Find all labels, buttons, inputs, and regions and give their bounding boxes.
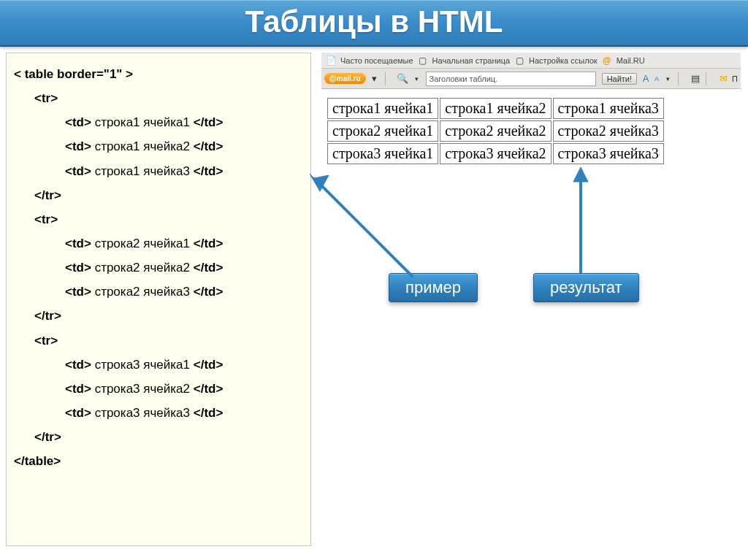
- dropdown-icon[interactable]: ▾: [411, 73, 423, 85]
- bookmark-icon[interactable]: ▢: [514, 55, 524, 66]
- table-row: строка1 ячейка1 строка1 ячейка2 строка1 …: [327, 98, 664, 119]
- table-row: строка2 ячейка1 строка2 ячейка2 строка2 …: [327, 120, 664, 142]
- callout-example: пример: [389, 273, 478, 302]
- callout-result: результат: [533, 273, 639, 302]
- svg-line-0: [314, 178, 413, 277]
- bookmark-icon[interactable]: ▢: [418, 55, 428, 66]
- page-icon[interactable]: ▤: [690, 73, 701, 85]
- code-line: <td> строка3 ячейка2 </td>: [65, 377, 303, 401]
- code-line: </tr>: [34, 425, 303, 449]
- fontsize-icon[interactable]: A: [640, 73, 652, 85]
- code-line: <tr>: [34, 329, 303, 353]
- code-line: <td> строка1 ячейка1 </td>: [65, 110, 303, 134]
- separator: [678, 72, 685, 85]
- code-line: </table>: [14, 449, 303, 473]
- code-line: <td> строка2 ячейка1 </td>: [65, 231, 303, 256]
- table-cell: строка3 ячейка2: [440, 143, 551, 164]
- search-input[interactable]: Заголовки таблиц.: [426, 72, 596, 86]
- table-cell: строка1 ячейка3: [553, 98, 664, 119]
- dropdown-icon[interactable]: ▾: [662, 73, 673, 85]
- svg-marker-1: [310, 174, 329, 191]
- code-line: <tr>: [34, 207, 303, 231]
- table-cell: строка2 ячейка1: [327, 120, 438, 142]
- code-line: </tr>: [34, 304, 303, 328]
- code-line: < table border="1" >: [14, 62, 303, 86]
- mail-brand-badge[interactable]: @mail.ru: [324, 73, 366, 84]
- at-icon[interactable]: @: [602, 55, 612, 66]
- separator: [706, 72, 713, 85]
- bookmark-icon[interactable]: 📄: [326, 55, 336, 66]
- page-title: Таблицы в HTML: [245, 4, 503, 39]
- search-text: Заголовки таблиц.: [430, 74, 498, 83]
- find-button[interactable]: Найти!: [602, 73, 637, 85]
- table-row: строка3 ячейка1 строка3 ячейка2 строка3 …: [327, 143, 664, 164]
- browser-mock: 📄 Часто посещаемые ▢ Начальная страница …: [321, 53, 741, 173]
- table-cell: строка1 ячейка2: [440, 98, 551, 119]
- code-line: <td> строка3 ячейка3 </td>: [65, 401, 303, 425]
- rendered-output-area: строка1 ячейка1 строка1 ячейка2 строка1 …: [321, 89, 741, 173]
- bookmark-item[interactable]: Mail.RU: [617, 56, 645, 65]
- code-line: <td> строка2 ячейка3 </td>: [65, 280, 303, 304]
- code-line: <tr>: [34, 86, 303, 110]
- arrow-to-result: [555, 164, 606, 280]
- bookmark-item[interactable]: Настройка ссылок: [529, 56, 598, 65]
- code-line: <td> строка2 ячейка2 </td>: [65, 256, 303, 280]
- content-area: < table border="1" > <tr> <td> строка1 я…: [0, 47, 748, 560]
- code-line: <td> строка3 ячейка1 </td>: [65, 353, 303, 377]
- dropdown-icon[interactable]: ▾: [369, 73, 381, 85]
- arrow-to-code: [292, 156, 431, 288]
- search-icon[interactable]: 🔍: [397, 73, 408, 85]
- mail-envelope-icon[interactable]: ✉: [717, 73, 729, 85]
- rendered-table: строка1 ячейка1 строка1 ячейка2 строка1 …: [326, 96, 665, 166]
- browser-toolbar: @mail.ru ▾ 🔍 ▾ Заголовки таблиц. Найти! …: [321, 69, 741, 89]
- table-cell: строка2 ячейка2: [440, 120, 551, 142]
- table-cell: строка1 ячейка1: [327, 98, 438, 119]
- table-cell: строка3 ячейка1: [327, 143, 438, 164]
- separator: [385, 72, 392, 85]
- toolbar-trailing-label: П: [732, 74, 738, 83]
- bookmark-item[interactable]: Начальная страница: [432, 56, 510, 65]
- table-cell: строка3 ячейка3: [553, 143, 664, 164]
- code-line: <td> строка1 ячейка3 </td>: [65, 159, 303, 183]
- bookmarks-bar: 📄 Часто посещаемые ▢ Начальная страница …: [321, 53, 741, 69]
- code-line: </tr>: [34, 183, 303, 207]
- code-line: <td> строка1 ячейка2 </td>: [65, 134, 303, 158]
- title-bar: Таблицы в HTML: [0, 0, 748, 47]
- table-cell: строка2 ячейка3: [553, 120, 664, 142]
- bookmark-item[interactable]: Часто посещаемые: [340, 56, 413, 65]
- code-example-pane: < table border="1" > <tr> <td> строка1 я…: [6, 53, 311, 546]
